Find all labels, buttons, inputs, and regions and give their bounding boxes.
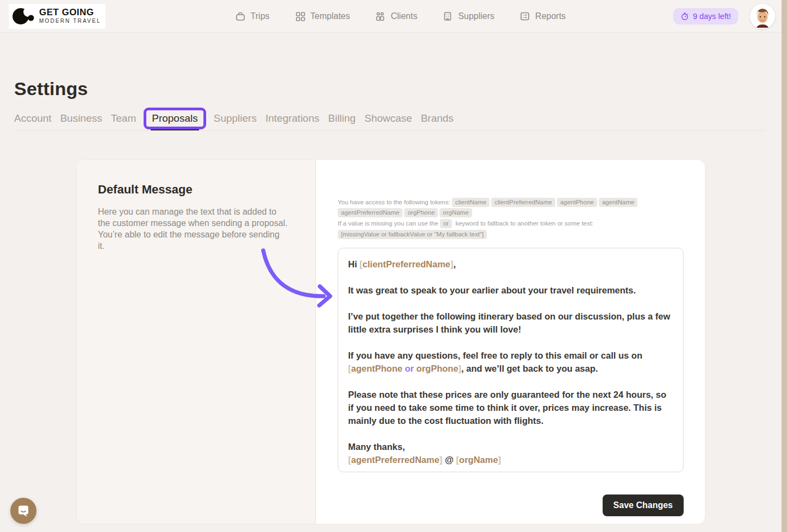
tab-account[interactable]: Account [14,111,52,126]
user-avatar[interactable] [750,4,775,29]
chat-launcher-button[interactable] [10,498,36,524]
settings-tabs: Account Business Team Proposals Supplier… [14,110,765,127]
editor-paragraph: I’ve put together the following itinerar… [348,310,673,336]
people-icon [375,11,386,22]
top-navbar: GET GOING MODERN TRAVEL Trips Templ [0,0,787,33]
logo-title: GET GOING [39,8,101,18]
editor-text: Hi [348,259,360,269]
tab-brands[interactable]: Brands [421,111,454,126]
stopwatch-icon [680,12,689,21]
main-nav: Trips Templates Clients [213,11,566,22]
grid-icon [295,11,306,22]
tab-integrations[interactable]: Integrations [265,111,319,126]
tab-business[interactable]: Business [60,111,102,126]
editor-text: , and we’ll get back to you asap. [461,364,598,373]
template-token: agentPhone [351,364,402,373]
fallback-text-pre: If a value is missing you can use the [338,220,438,227]
section-description: Here you can manage the text that is add… [98,206,288,252]
token-chip: agentName [599,198,637,207]
editor-paragraph: If you have any questions, feel free to … [348,349,673,375]
page-title: Settings [14,78,88,99]
editor-text: It was great to speak to your earlier ab… [348,285,636,295]
fallback-example-chip: [missingValue or fallbackValue or "My fa… [338,230,487,239]
token-chip: orgPhone [404,208,438,217]
editor-text: I’ve put together the following itinerar… [348,311,670,334]
settings-page: GET GOING MODERN TRAVEL Trips Templ [0,0,787,532]
tab-proposals[interactable]: Proposals [144,108,206,129]
proposals-settings-card: Default Message Here you can manage the … [76,159,705,524]
nav-label: Suppliers [458,11,494,21]
report-icon [519,11,530,22]
tokens-help-line-3: [missingValue or fallbackValue or "My fa… [338,230,690,240]
editor-text: If you have any questions, feel free to … [348,351,642,360]
default-message-editor-panel: You have access to the following tokens:… [316,160,712,524]
editor-text: Many thanks, [348,442,405,452]
editor-paragraph: Please note that these prices are only g… [348,388,673,427]
template-token: clientPreferredName [363,259,450,269]
editor-text: Please note that these prices are only g… [348,390,666,425]
token-chip: agentPhone [557,198,597,207]
trial-badge-label: 9 days left! [693,12,731,21]
default-message-info-panel: Default Message Here you can manage the … [77,160,316,524]
tabs-divider [14,130,765,131]
tokens-help-line-1: You have access to the following tokens:… [338,198,690,218]
token-chip: orgName [439,208,472,217]
tab-showcase[interactable]: Showcase [364,111,412,126]
template-token: orgName [459,455,498,465]
nav-item-trips[interactable]: Trips [235,11,270,22]
logo-subtitle: MODERN TRAVEL [39,18,101,24]
actions-row: Save Changes [338,495,684,516]
token-chip: agentPreferredName [338,208,402,217]
fallback-text-post: keyword to fallback to another token or … [455,220,593,227]
logo-mark-icon [11,5,35,27]
header-right: 9 days left! [673,4,775,29]
save-changes-button[interactable]: Save Changes [603,495,684,516]
tab-billing[interactable]: Billing [328,111,356,126]
nav-label: Templates [311,11,350,21]
or-keyword-chip: or [440,219,452,228]
trial-countdown-badge[interactable]: 9 days left! [673,8,738,24]
nav-item-templates[interactable]: Templates [295,11,350,22]
editor-text: or [402,364,417,373]
nav-item-suppliers[interactable]: Suppliers [442,11,494,22]
nav-item-clients[interactable]: Clients [375,11,417,22]
editor-paragraph: Hi [clientPreferredName], [348,258,673,271]
avatar-memoji-icon [750,4,775,29]
scrollbar-track[interactable] [782,0,787,532]
editor-text: ] [498,455,501,465]
editor-text: @ [442,455,456,465]
editor-paragraph: It was great to speak to your earlier ab… [348,284,673,297]
tokens-help-line-2: If a value is missing you can use the or… [338,219,690,229]
editor-text: , [454,259,456,269]
token-chip: clientPreferredName [491,198,555,207]
template-token: agentPreferredName [351,455,439,465]
tab-suppliers[interactable]: Suppliers [214,111,257,126]
app-logo[interactable]: GET GOING MODERN TRAVEL [9,4,106,29]
tokens-help: You have access to the following tokens:… [338,198,690,240]
nav-item-reports[interactable]: Reports [519,11,566,22]
editor-paragraph: Many thanks,[agentPreferredName] @ [orgN… [348,440,673,466]
token-chip: clientName [452,198,490,207]
logo-text: GET GOING MODERN TRAVEL [39,8,101,24]
tab-team[interactable]: Team [111,111,136,126]
template-token: orgPhone [417,364,458,373]
chat-bubble-icon [16,504,30,518]
nav-label: Reports [535,11,566,21]
nav-label: Trips [251,11,270,21]
section-heading: Default Message [98,183,288,197]
briefcase-icon [235,11,246,22]
nav-label: Clients [391,11,417,21]
tokens-help-intro: You have access to the following tokens: [338,199,450,205]
building-icon [442,11,453,22]
default-message-editor[interactable]: Hi [clientPreferredName],It was great to… [338,248,684,472]
